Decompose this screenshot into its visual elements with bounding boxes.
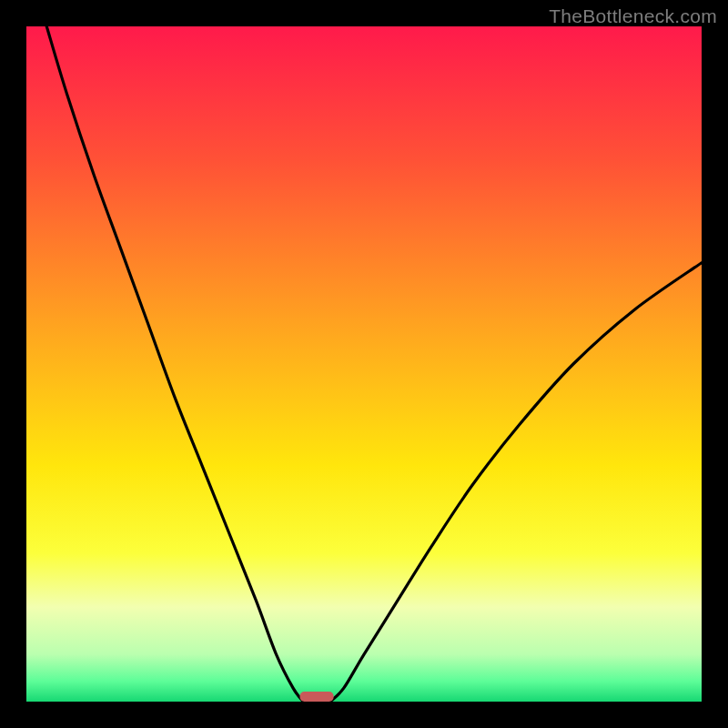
chart-frame: TheBottleneck.com (0, 0, 728, 728)
bottleneck-chart (0, 0, 728, 728)
bottleneck-marker (300, 692, 334, 702)
watermark-text: TheBottleneck.com (549, 5, 717, 27)
plot-background (26, 26, 702, 702)
